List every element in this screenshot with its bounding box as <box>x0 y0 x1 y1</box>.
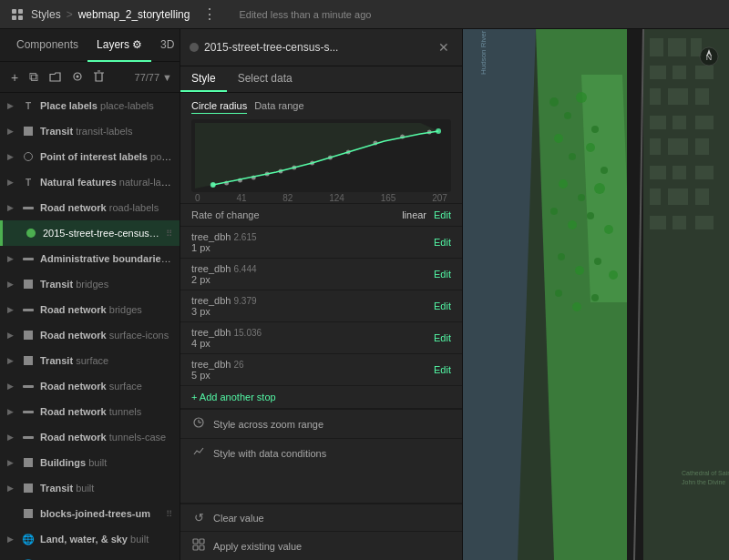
svg-rect-1 <box>18 9 23 14</box>
dr-tab-circle-radius[interactable]: Circle radius <box>191 100 247 114</box>
layer-type-icon <box>22 380 35 392</box>
chart-axis: 0 41 82 124 165 207 <box>195 193 447 203</box>
stops-section: tree_dbh 2.615 1 px Edit tree_dbh 6.444 … <box>180 226 462 409</box>
add-layer-button[interactable]: + <box>7 68 22 87</box>
expand-icon: ▶ <box>7 254 16 263</box>
tab-3d[interactable]: 3D <box>151 29 183 62</box>
layer-item[interactable]: ▶ T Natural features natural-labels <box>0 169 180 195</box>
layer-name: Place labels place-labels <box>40 100 172 111</box>
layer-item[interactable]: ▶ Transit transit-labels <box>0 118 180 144</box>
svg-point-21 <box>210 182 216 188</box>
layer-item[interactable]: ▶ Road network tunnels-case <box>0 424 180 450</box>
stop-edit-button[interactable]: Edit <box>434 364 451 375</box>
panel-tabs: Components Layers ⚙ 3D <box>0 29 180 62</box>
dr-tab-data-range[interactable]: Data range <box>254 100 303 114</box>
svg-rect-29 <box>200 545 204 550</box>
svg-point-73 <box>587 212 594 219</box>
svg-text:Cathedral of Saint: Cathedral of Saint <box>682 470 729 476</box>
stop-value: 2 px <box>191 274 434 285</box>
rate-of-change-row: Rate of change linear Edit <box>180 203 462 226</box>
svg-rect-53 <box>695 166 714 179</box>
stop-row: tree_dbh 9.379 3 px Edit <box>180 290 462 321</box>
layer-item[interactable]: ▶ Transit built <box>0 475 180 501</box>
style-data-conditions-button[interactable]: Style with data conditions <box>180 438 462 467</box>
menu-dots[interactable]: ⋮ <box>202 5 217 23</box>
layer-name: Transit transit-labels <box>40 126 172 137</box>
styles-link[interactable]: Styles <box>31 8 61 21</box>
svg-rect-57 <box>650 216 666 229</box>
layer-name: 2015-street-tree-census-subset <box>43 228 160 239</box>
rate-of-change-edit-button[interactable]: Edit <box>434 209 451 220</box>
drag-handle-icon[interactable]: ⠿ <box>166 509 172 519</box>
layer-item[interactable]: blocks-joined-trees-um ⠿ <box>0 501 180 526</box>
add-stop-button[interactable]: + Add another stop <box>191 392 276 402</box>
stop-edit-button[interactable]: Edit <box>434 332 451 343</box>
layer-item[interactable]: ▶ Road network surface-icons <box>0 322 180 348</box>
style-across-zoom-button[interactable]: Style across zoom range <box>180 409 462 438</box>
svg-point-76 <box>575 266 584 275</box>
clear-value-button[interactable]: ↺ Clear value <box>180 504 462 531</box>
stop-edit-button[interactable]: Edit <box>434 300 451 311</box>
tab-style[interactable]: Style <box>180 66 227 92</box>
svg-rect-54 <box>650 188 661 205</box>
layer-item[interactable]: ▶ Point of interest labels poi-labels <box>0 144 180 169</box>
stop-key: tree_dbh 26 <box>191 359 264 370</box>
stop-key: tree_dbh 9.379 <box>191 295 264 306</box>
svg-text:Hudson River: Hudson River <box>479 30 488 75</box>
stop-value: 1 px <box>191 242 434 253</box>
tab-layers[interactable]: Layers ⚙ <box>87 29 151 62</box>
svg-point-71 <box>550 208 558 215</box>
layer-item[interactable]: ▶ Transit bridges <box>0 271 180 297</box>
svg-point-66 <box>586 143 595 152</box>
layer-item[interactable]: ▶ Road network tunnels <box>0 399 180 424</box>
stop-row: tree_dbh 26 5 px Edit <box>180 353 462 385</box>
stop-row: tree_dbh 2.615 1 px Edit <box>180 226 462 258</box>
layer-item[interactable]: ▶ T Place labels place-labels <box>0 93 180 118</box>
svg-point-60 <box>549 97 559 107</box>
layer-item[interactable]: ▶ Road network bridges <box>0 297 180 322</box>
svg-rect-51 <box>650 166 666 179</box>
layer-type-icon <box>22 329 35 341</box>
rate-of-change-label: Rate of change <box>191 209 402 220</box>
layer-item[interactable]: ▶ 🌐 Land, water, & sky water <box>0 552 180 560</box>
svg-rect-3 <box>18 15 23 20</box>
layer-item[interactable]: ▶ Administrative boundaries admin <box>0 246 180 271</box>
active-layer-item[interactable]: 2015-street-tree-census-subset ⠿ <box>0 220 180 246</box>
svg-point-5 <box>77 75 79 77</box>
layer-name: Administrative boundaries admin <box>40 253 172 264</box>
layer-name: Land, water, & sky built <box>40 534 172 545</box>
axis-2: 82 <box>282 193 293 203</box>
axis-1: 41 <box>236 193 246 203</box>
layer-list: ▶ T Place labels place-labels ▶ Transit … <box>0 93 180 560</box>
layer-item[interactable]: ▶ 🌐 Land, water, & sky built <box>0 526 180 552</box>
expand-icon: ▶ <box>7 152 16 161</box>
svg-rect-46 <box>673 116 686 129</box>
duplicate-layer-button[interactable]: ⧉ <box>26 67 42 87</box>
expand-icon: ▶ <box>7 356 16 365</box>
close-button[interactable]: ✕ <box>435 36 453 58</box>
stop-edit-button[interactable]: Edit <box>434 237 451 248</box>
map-panel[interactable]: Hudson River Cathedral of Saint John the… <box>463 29 729 560</box>
layer-item[interactable]: ▶ Road network surface <box>0 373 180 399</box>
svg-point-65 <box>569 153 576 160</box>
data-range-section: Circle radius Data range <box>180 93 462 203</box>
expand-icon: ▶ <box>7 127 16 136</box>
layer-item[interactable]: ▶ Road network road-labels <box>0 195 180 220</box>
svg-rect-41 <box>695 66 714 79</box>
delete-layer-button[interactable] <box>90 68 108 87</box>
layer-type-icon <box>22 278 35 290</box>
layer-item[interactable]: ▶ Buildings built <box>0 450 180 475</box>
drag-handle-icon[interactable]: ⠿ <box>166 229 172 239</box>
stop-edit-button[interactable]: Edit <box>434 269 451 280</box>
folder-button[interactable] <box>46 68 65 87</box>
apply-existing-value-button[interactable]: Apply existing value <box>180 531 462 560</box>
svg-rect-59 <box>695 216 714 229</box>
tab-components[interactable]: Components <box>7 29 87 62</box>
settings-button[interactable] <box>68 68 87 87</box>
layer-item[interactable]: ▶ Transit surface <box>0 348 180 373</box>
svg-rect-50 <box>695 138 709 155</box>
tab-select-data[interactable]: Select data <box>227 66 303 92</box>
layer-count: 77/77 ▼ <box>135 72 172 83</box>
add-stop-row: + Add another stop <box>180 385 462 408</box>
layer-type-icon <box>22 150 35 163</box>
